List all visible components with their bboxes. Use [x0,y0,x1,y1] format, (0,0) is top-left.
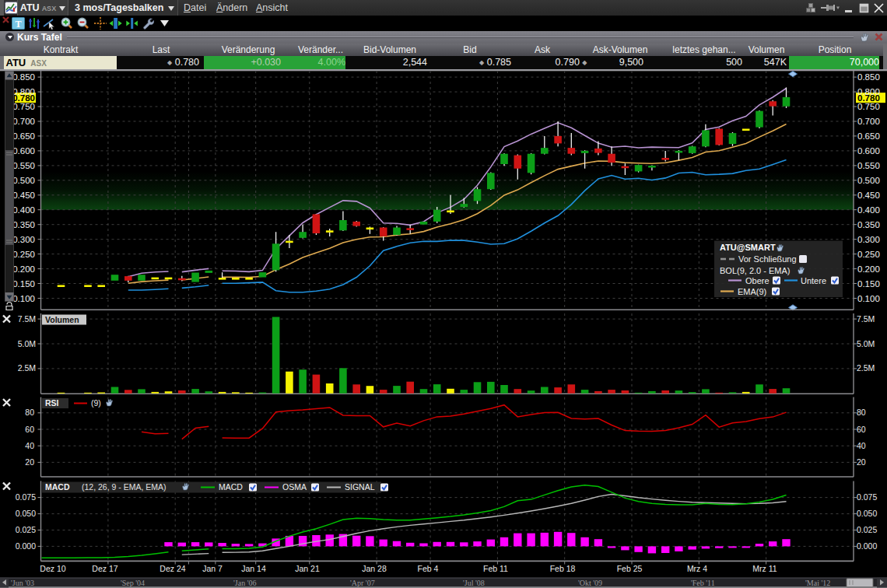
tick-diamond-icon: ◆ [167,59,172,66]
svg-text:60: 60 [857,425,866,434]
maximize-button[interactable] [859,3,869,13]
pin-icon[interactable] [821,2,840,13]
quote-table-row[interactable]: ATUASX◆ 0.780+0.0304.00%2,544◆ 0.7850.79… [0,56,887,70]
history-scroll-thumb [847,579,873,587]
date-label: Feb 4 [418,564,439,573]
rsi-label: RSI [45,398,59,408]
blocks-icon[interactable] [805,2,816,13]
cell-last[interactable]: ◆ 0.780 [117,56,199,70]
compress-horizontal-icon[interactable] [125,17,138,30]
svg-text:0.800: 0.800 [12,87,35,96]
trendline-tool-icon[interactable] [43,17,56,30]
indicator-gridlines [38,319,857,546]
rsi-panel-label[interactable]: RSI (9) [42,398,113,408]
close-button[interactable] [874,3,884,13]
zoom-out-icon[interactable] [77,17,89,30]
title-bar: ATU ASX 3 mos/Tagesbalken Datei Ändern A… [0,0,887,16]
macd-param: (12, 26, 9 - EMA, EMA) [82,482,167,492]
cell-bid[interactable]: ◆ 0.785 [434,56,511,70]
volume-bars [58,317,791,394]
svg-text:0.850: 0.850 [12,72,35,82]
svg-text:0.400: 0.400 [857,205,880,215]
history-label: 'Mai '12 [805,579,830,587]
time-marker-top-icon[interactable] [789,72,798,77]
pre-close-checkbox[interactable] [799,255,807,263]
date-label: Feb 11 [483,564,508,573]
svg-text:0.150: 0.150 [857,279,880,289]
quote-panel-header: Kurs Tafel [0,31,887,44]
volume-panel-label[interactable]: Volumen [42,315,86,325]
svg-text:0.550: 0.550 [857,161,880,170]
symbol-selector[interactable]: ATU ASX [17,0,68,16]
hand-config-icon [107,399,113,406]
cell-ask-volume[interactable]: 9,500 [590,56,643,70]
collapse-panel-button[interactable] [5,33,14,41]
close-panel-icon[interactable] [875,33,883,41]
macd-panel-label[interactable]: MACD (12, 26, 9 - EMA, EMA) MACD OSMA SI… [42,482,388,493]
text-tool-icon[interactable]: T [12,17,25,30]
hand-config-icon[interactable] [860,33,870,42]
cell-volume[interactable]: 547K [742,56,787,70]
chart-legend: ATU@SMART Vor Schließung BOL(9, 2.0 - EM… [714,241,843,298]
svg-text:0.350: 0.350 [857,220,880,229]
cell-change-pct[interactable]: 4.00% [281,56,345,70]
svg-text:0.100: 0.100 [12,294,35,303]
svg-text:0.650: 0.650 [12,131,35,141]
svg-text:0.025: 0.025 [857,525,877,534]
macd-close-icon[interactable] [3,483,10,490]
macd-line [42,485,787,558]
date-label: Dez 24 [160,564,185,573]
legend-symbol: ATU@SMART [720,243,776,252]
menu-ansicht[interactable]: Ansicht [256,0,288,16]
svg-text:0.250: 0.250 [857,250,880,259]
svg-text:0.750: 0.750 [12,102,35,111]
menu-datei[interactable]: Datei [184,0,206,16]
svg-text:0.100: 0.100 [857,294,880,303]
chart-toolbar: T [0,16,887,31]
cell-change[interactable]: +0.030 [204,56,281,70]
svg-text:0.550: 0.550 [12,161,35,170]
macd-series-label: MACD [219,482,243,492]
cell-ask[interactable]: 0.790 ◆ [515,56,590,70]
zoom-in-icon[interactable] [61,17,73,30]
menu-aendern[interactable]: Ändern [216,0,247,16]
cell-last-traded[interactable]: 500 [647,56,742,70]
crosshair-tool-icon[interactable] [94,17,107,30]
column-header-0[interactable]: Kontrakt [6,44,115,56]
svg-text:40: 40 [25,441,34,450]
svg-text:0.700: 0.700 [857,117,880,126]
minimize-button[interactable] [844,3,854,13]
wrench-tool-icon[interactable] [142,17,154,30]
svg-text:0.600: 0.600 [12,146,35,156]
history-label: 'Jun '03 [11,579,34,587]
svg-text:80: 80 [857,408,866,417]
chevron-down-icon [168,6,174,11]
dropdown-arrow-icon[interactable] [160,19,170,27]
date-label: Jan 7 [202,564,223,573]
bars-tool-icon[interactable] [28,17,40,30]
cell-position[interactable]: 70,000 [789,56,879,70]
svg-text:2.5M: 2.5M [18,363,36,373]
volume-close-icon[interactable] [3,316,10,323]
svg-text:0.450: 0.450 [12,191,35,200]
svg-text:0.200: 0.200 [857,264,880,274]
date-label: Feb 25 [617,564,643,573]
cell-bid-volume[interactable]: 2,544 [349,56,427,70]
svg-text:60: 60 [25,425,34,434]
svg-text:0.500: 0.500 [12,176,35,185]
column-header-10[interactable]: Position [780,44,887,56]
history-label: 'Jul '08 [463,579,485,587]
quote-table-header: KontraktLastVeränderungVeränder...Bid-Vo… [0,44,887,56]
expand-horizontal-icon[interactable] [109,17,122,30]
header-gutter-right [883,44,887,56]
svg-text:0.075: 0.075 [16,492,36,502]
svg-text:5.0M: 5.0M [857,339,875,348]
svg-text:0.650: 0.650 [857,131,880,141]
cell-kontrakt[interactable]: ATUASX [4,56,117,70]
timeframe-selector[interactable]: 3 mos/Tagesbalken [69,0,178,16]
rsi-param: (9) [91,398,101,408]
close-red-icon[interactable] [2,16,9,23]
price-scrollbar[interactable] [5,72,14,310]
signal-series-label: SIGNAL [345,482,375,492]
rsi-close-icon[interactable] [3,399,10,406]
